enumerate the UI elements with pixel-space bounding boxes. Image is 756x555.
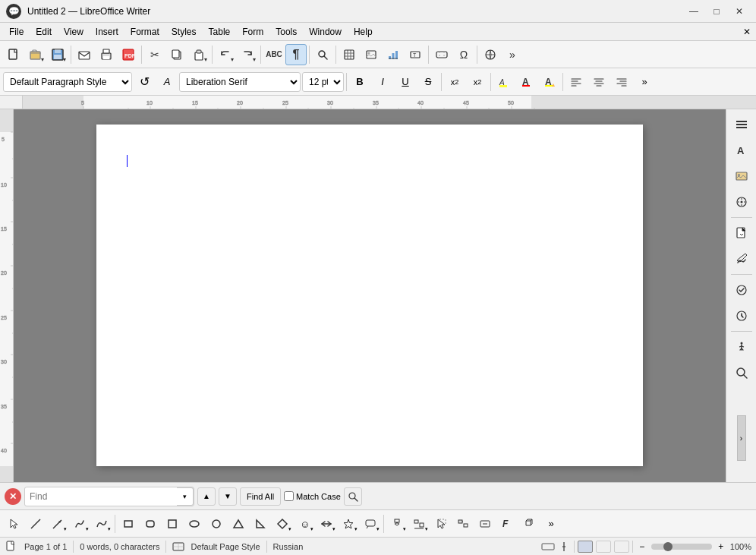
symbol-shapes-button[interactable]: ☺ ▾ [294, 513, 315, 535]
menubar-close-icon[interactable]: ✕ [741, 26, 753, 38]
character-highlight-button[interactable]: A [493, 71, 515, 93]
bold-button[interactable]: B [349, 71, 370, 93]
rect-tool-button[interactable] [118, 513, 139, 535]
zoom-slider[interactable] [651, 544, 712, 550]
find-dropdown-button[interactable]: ▾ [177, 487, 194, 506]
maximize-button[interactable]: □ [706, 4, 727, 19]
update-style-button[interactable]: ↺ [134, 71, 155, 93]
menu-view[interactable]: View [58, 25, 90, 39]
find-options-button[interactable] [344, 487, 362, 506]
page-canvas[interactable] [96, 125, 643, 466]
pdf-export-button[interactable]: PDF [118, 44, 139, 65]
superscript-button[interactable]: x2 [444, 71, 465, 93]
strikethrough-button[interactable]: S [417, 71, 439, 93]
find-close-button[interactable]: ✕ [5, 488, 21, 505]
styles-panel-button[interactable]: A [729, 138, 754, 162]
match-case-label[interactable]: Match Case [284, 491, 341, 501]
line-tool-button[interactable] [25, 513, 46, 535]
zoom-out-button[interactable]: − [636, 541, 648, 553]
document-area[interactable] [14, 109, 726, 482]
menu-help[interactable]: Help [348, 25, 379, 39]
special-char-button[interactable]: Ω [453, 44, 474, 65]
normal-view-button[interactable] [578, 541, 593, 553]
select-tool-button[interactable] [3, 513, 24, 535]
navigator-panel-button[interactable] [729, 190, 754, 214]
flowchart-button[interactable]: ▾ [386, 513, 408, 535]
underline-button[interactable]: U [395, 71, 416, 93]
character-highlighting-button[interactable]: A [539, 71, 560, 93]
align-right-button[interactable] [611, 71, 632, 93]
menu-table[interactable]: Table [203, 25, 237, 39]
fontwork-button[interactable]: F [496, 513, 518, 535]
cut-button[interactable]: ✂ [144, 44, 165, 65]
menu-insert[interactable]: Insert [90, 25, 124, 39]
more-fmt-button[interactable]: » [634, 71, 655, 93]
properties-panel-button[interactable] [729, 112, 754, 137]
callout-button[interactable]: ▾ [360, 513, 381, 535]
signatures-panel-button[interactable] [729, 247, 754, 271]
align-objects-button[interactable]: ▾ [408, 513, 430, 535]
insert-textbox-button[interactable]: T [405, 44, 426, 65]
more-toolbar-button[interactable]: » [502, 44, 523, 65]
right-triangle-button[interactable] [250, 513, 271, 535]
find-input[interactable] [25, 487, 177, 506]
ellipse-tool-button[interactable] [184, 513, 205, 535]
send-email-button[interactable] [74, 44, 95, 65]
save-button[interactable]: ▾ [47, 44, 68, 65]
menu-edit[interactable]: Edit [30, 25, 58, 39]
minimize-button[interactable]: — [683, 4, 704, 19]
copy-button[interactable] [166, 44, 187, 65]
menu-form[interactable]: Form [236, 25, 269, 39]
nonprinting-chars-button[interactable]: ¶ [285, 44, 307, 65]
menu-format[interactable]: Format [124, 25, 165, 39]
stars-button[interactable]: ▾ [338, 513, 359, 535]
insert-image-button[interactable] [361, 44, 382, 65]
new-doc-panel-button[interactable] [729, 221, 754, 245]
new-button[interactable] [3, 44, 24, 65]
insert-chart-button[interactable] [383, 44, 404, 65]
tab-order-button[interactable] [452, 513, 474, 535]
align-left-button[interactable] [565, 71, 587, 93]
panel-collapse-button[interactable]: › [737, 415, 746, 461]
track-changes-panel-button[interactable] [729, 278, 754, 302]
search-panel-button[interactable] [729, 361, 754, 385]
accessibility-panel-button[interactable] [729, 335, 754, 359]
undo-button[interactable]: ▾ [215, 44, 236, 65]
select-objects-button[interactable] [430, 513, 452, 535]
more-draw-button[interactable]: » [540, 513, 562, 535]
find-all-button[interactable]: Find All [240, 487, 281, 506]
menu-file[interactable]: File [3, 25, 30, 39]
spellcheck-button[interactable]: ABC [263, 44, 285, 65]
insert-field-button[interactable] [431, 44, 452, 65]
versions-panel-button[interactable] [729, 304, 754, 328]
show-forms-button[interactable] [474, 513, 496, 535]
italic-button[interactable]: I [372, 71, 393, 93]
square-tool-button[interactable] [162, 513, 183, 535]
font-size-select[interactable]: 12 pt [302, 72, 344, 92]
extrusion-button[interactable] [518, 513, 540, 535]
diamond-tool-button[interactable]: ▾ [272, 513, 293, 535]
redo-button[interactable]: ▾ [237, 44, 258, 65]
zoom-in-button[interactable]: + [715, 541, 727, 553]
find-replace-button[interactable] [312, 44, 333, 65]
font-name-select[interactable]: Liberation Serif [179, 72, 301, 92]
menu-window[interactable]: Window [303, 25, 348, 39]
new-style-button[interactable]: A [156, 71, 178, 93]
subscript-button[interactable]: x2 [467, 71, 488, 93]
print-button[interactable] [96, 44, 117, 65]
paragraph-style-select[interactable]: Default Paragraph Style [3, 72, 132, 92]
find-next-button[interactable]: ▼ [219, 487, 237, 506]
gallery-panel-button[interactable] [729, 164, 754, 188]
close-button[interactable]: ✕ [729, 4, 750, 19]
web-view-button[interactable] [596, 541, 611, 553]
arrows-button[interactable]: ▾ [316, 513, 337, 535]
font-color-button[interactable]: A [516, 71, 537, 93]
triangle-tool-button[interactable] [228, 513, 249, 535]
freeform-button[interactable]: ▾ [69, 513, 90, 535]
arrow-tool-button[interactable]: ▾ [47, 513, 68, 535]
find-previous-button[interactable]: ▲ [197, 487, 216, 506]
menu-styles[interactable]: Styles [165, 25, 203, 39]
menu-tools[interactable]: Tools [269, 25, 303, 39]
book-view-button[interactable] [614, 541, 629, 553]
insert-table-button[interactable] [339, 44, 360, 65]
